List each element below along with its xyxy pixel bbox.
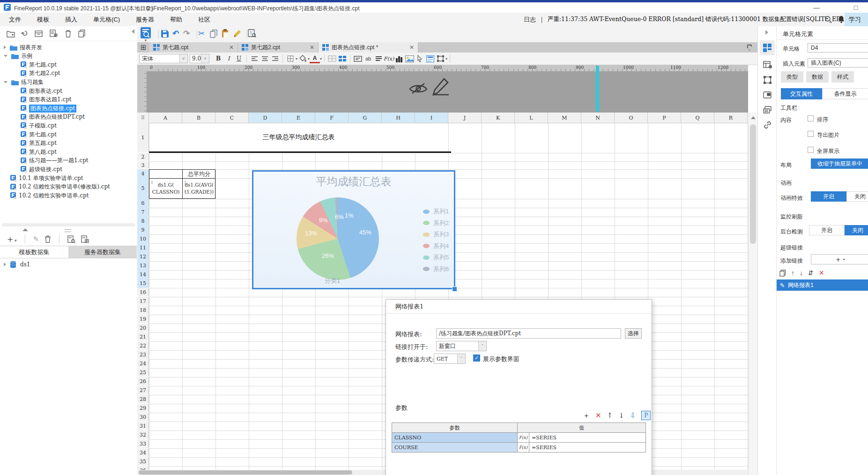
row-header-34[interactable]: 34 xyxy=(137,448,149,457)
move-down-icon[interactable]: ↓ xyxy=(618,411,624,420)
underline-button[interactable]: U xyxy=(234,54,244,63)
tab-list-icon[interactable] xyxy=(746,42,753,53)
tree-file-8[interactable]: 图表热点链接DPT.cpt xyxy=(0,113,85,121)
refresh-icon[interactable]: ↻ xyxy=(19,28,31,39)
merge-cells-icon[interactable] xyxy=(327,54,337,63)
formula-fx-icon[interactable]: F(x) xyxy=(518,443,529,452)
unmerge-cells-icon[interactable] xyxy=(337,54,348,63)
log-label[interactable]: 日志 xyxy=(524,15,536,24)
tab-condition-display[interactable]: 条件显示 xyxy=(822,88,868,99)
column-header-Q[interactable]: Q xyxy=(681,113,714,123)
tree-file-11[interactable]: 第五题.cpt xyxy=(0,139,57,148)
tab-interaction-active[interactable]: 交互属性 xyxy=(781,88,822,99)
param-panel-badge[interactable]: P xyxy=(641,411,651,420)
tree-file-13[interactable]: 练习题——第一题1.cpt xyxy=(0,157,89,165)
new-folder-icon[interactable] xyxy=(7,30,15,38)
row-header-27[interactable]: 27 xyxy=(137,386,149,394)
legend-item-4[interactable]: 系列4 xyxy=(423,242,449,250)
maximize-button[interactable]: □ xyxy=(849,4,863,11)
cell-a1-merged-title[interactable]: 三年级总平均成绩汇总表 xyxy=(149,123,448,151)
row-header-6[interactable]: 6 xyxy=(137,199,149,207)
fullscreen-checkbox[interactable] xyxy=(808,147,814,153)
align-right-icon[interactable] xyxy=(270,54,280,63)
fill-color-icon[interactable] xyxy=(297,54,308,63)
row-header-10[interactable]: 10 xyxy=(137,234,149,243)
column-header-C[interactable]: C xyxy=(215,113,249,123)
column-header-R[interactable]: R xyxy=(714,113,748,123)
tab-doc-3-active[interactable]: 图表热点链接.cpt * ✕ xyxy=(319,42,418,53)
tree-file-15[interactable]: 10.1 单项实验申请单.cpt xyxy=(0,174,83,182)
float-element-panel-icon[interactable] xyxy=(760,73,775,86)
hide-preview-eye-off-icon[interactable] xyxy=(408,78,429,98)
param-name[interactable]: COURSE xyxy=(392,443,518,452)
hyperlink-panel-icon[interactable] xyxy=(760,118,775,131)
tree-file-14[interactable]: 超级链接.cpt xyxy=(0,165,62,173)
column-header-I[interactable]: I xyxy=(415,113,448,123)
template-preview-icon[interactable] xyxy=(140,27,153,39)
italic-button[interactable]: I xyxy=(223,54,234,63)
ab-widget-button[interactable]: ab xyxy=(363,54,373,63)
paste-icon[interactable] xyxy=(222,29,230,38)
tree-file-7[interactable]: 图表热点链接.cpt xyxy=(0,104,76,113)
column-header-G[interactable]: G xyxy=(349,113,382,123)
row-header-4[interactable]: 4 xyxy=(137,169,149,178)
tab-template-dataset[interactable]: 模板数据集 xyxy=(0,246,68,258)
tree-scrollbar[interactable] xyxy=(2,223,135,226)
column-header-K[interactable]: K xyxy=(482,113,515,123)
template-box-icon[interactable] xyxy=(35,30,43,38)
tree-folder-4[interactable]: 练习题集 xyxy=(0,78,44,86)
tab-doc-1[interactable]: 第七题.cpt ✕ xyxy=(149,42,238,53)
tree-file-5[interactable]: 图形表达.cpt xyxy=(0,87,62,95)
tree-file-9[interactable]: 子模版.cpt xyxy=(0,121,57,130)
tree-file-17[interactable]: 10.2 信赖性实验申请单.cpt xyxy=(0,191,89,200)
export-image-checkbox[interactable] xyxy=(808,131,814,137)
menu-item-3[interactable]: 单元格(C) xyxy=(85,13,128,26)
row-header-11[interactable]: 11 xyxy=(137,243,149,252)
collapse-arrow-icon[interactable] xyxy=(4,81,7,83)
param-row-classno[interactable]: CLASSNO F(x) =SERIES xyxy=(392,433,646,443)
font-color-icon[interactable]: A xyxy=(310,54,320,63)
param-name[interactable]: CLASSNO xyxy=(392,433,518,443)
tree-file-16[interactable]: 10.2 信赖性实验申请单(修改版).cpt xyxy=(0,183,110,191)
rich-text-icon[interactable] xyxy=(373,54,384,63)
row-header-19[interactable]: 19 xyxy=(137,315,149,323)
layout-drawer-button[interactable]: 收缩于抽屉菜单中 xyxy=(811,158,868,169)
font-size-select[interactable]: 9.0˅ xyxy=(190,54,209,63)
row-header-33[interactable]: 33 xyxy=(137,439,149,448)
delete-icon[interactable] xyxy=(65,30,72,38)
column-header-P[interactable]: P xyxy=(648,113,681,123)
format-painter-icon[interactable] xyxy=(233,29,242,38)
formula-fx-icon[interactable]: F(x) xyxy=(518,433,529,442)
sort-checkbox[interactable] xyxy=(808,115,814,121)
row-header-29[interactable]: 29 xyxy=(137,404,149,412)
report-path-input[interactable]: /练习题集/图表热点链接DPT.cpt xyxy=(436,328,621,339)
sidebar-collapse-icon[interactable] xyxy=(132,29,134,34)
select-all-corner[interactable]: ⠿ xyxy=(137,113,149,123)
column-header-O[interactable]: O xyxy=(615,113,648,123)
link-sort-icon[interactable]: ⇵ xyxy=(808,269,814,277)
dataset-connection-icon[interactable] xyxy=(81,235,89,243)
link-move-up-icon[interactable]: ↑ xyxy=(791,269,794,277)
row-header-22[interactable]: 22 xyxy=(137,341,149,350)
align-left-icon[interactable] xyxy=(249,54,260,63)
remove-param-icon[interactable]: ✕ xyxy=(595,411,601,420)
monitor-on-button[interactable]: 开启 xyxy=(809,225,845,235)
float-caret-icon[interactable]: ▾ xyxy=(445,57,447,61)
close-tab-icon[interactable]: ✕ xyxy=(305,44,314,51)
notification-bell-icon[interactable] xyxy=(838,15,845,23)
panel-expand-icon[interactable] xyxy=(765,30,768,35)
column-header-D[interactable]: D xyxy=(249,113,282,123)
animation-on-button[interactable]: 开启 xyxy=(811,191,846,202)
learn-center-button[interactable]: 学习 xyxy=(845,13,868,26)
cell-element-panel-icon[interactable] xyxy=(760,40,775,55)
link-move-down-icon[interactable]: ↓ xyxy=(800,269,803,277)
bold-button[interactable]: B xyxy=(213,54,223,63)
legend-item-1[interactable]: 系列1 xyxy=(423,207,449,216)
tree-folder-1[interactable]: 示例 xyxy=(0,52,32,60)
edit-dataset-icon[interactable]: ✎ xyxy=(33,235,39,243)
float-element-icon[interactable] xyxy=(435,54,445,63)
row-header-30[interactable]: 30 xyxy=(137,413,149,421)
row-header-13[interactable]: 13 xyxy=(137,261,149,270)
save-icon[interactable] xyxy=(161,30,169,38)
collapse-arrow-icon[interactable] xyxy=(4,55,7,57)
